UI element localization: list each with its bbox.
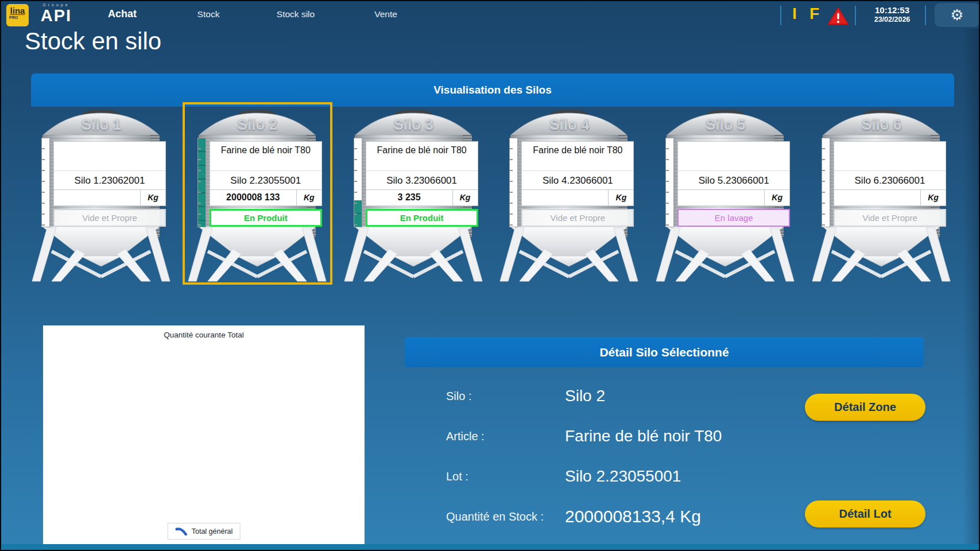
silo-card: Farine de blé noir T80 Silo 4.23066001 K… [521, 141, 634, 206]
detail-label: Silo : [446, 390, 565, 403]
silo-quantity-row: 2000008 133 Kg [210, 189, 321, 205]
silo-lot: Silo 5.23066001 [678, 170, 789, 189]
nav-item-vente[interactable]: Vente [374, 9, 397, 20]
legend-line-icon [175, 527, 188, 536]
silo-quantity [678, 190, 764, 205]
gear-icon: ⚙ [950, 6, 963, 24]
silo-card: Farine de blé noir T80 Silo 2.23055001 2… [210, 141, 322, 206]
nav-item-stock[interactable]: Stock [197, 9, 220, 20]
detail-label: Quantité en Stock : [446, 510, 565, 523]
silo-unit: Kg [764, 190, 789, 205]
silo-gauge-ticks [510, 138, 513, 227]
silo-lot: Silo 2.23055001 [210, 170, 321, 189]
silo-article [678, 142, 789, 170]
silo-name: Silo 6 [809, 116, 954, 134]
silo-article [834, 142, 946, 170]
silo-gauge [197, 138, 206, 227]
alarm-indicator-i[interactable]: I [792, 5, 797, 23]
detail-row-silo: Silo : Silo 2 [446, 385, 802, 408]
silo-tile-2[interactable]: Silo 2 Farine de blé noir T80 Silo 2.230… [185, 104, 330, 282]
silo-quantity [522, 190, 608, 205]
silo-name: Silo 3 [341, 116, 486, 134]
silo-tile-3[interactable]: Silo 3 Farine de blé noir T80 Silo 3.230… [341, 104, 486, 282]
silo-gauge-ticks [354, 138, 357, 227]
silo-status: En lavage [677, 209, 790, 227]
silo-status: En Produit [210, 209, 322, 227]
footer-strip [1, 544, 979, 550]
silo-lot: Silo 4.23066001 [522, 170, 633, 189]
silos-panel-header: Visualisation des Silos [31, 73, 954, 107]
lina-logo: lina PRO [6, 4, 29, 26]
detail-label: Lot : [446, 470, 565, 483]
silo-name: Silo 1 [29, 116, 174, 134]
nav-item-achat[interactable]: Achat [108, 8, 137, 20]
header-divider [855, 6, 856, 25]
chart-legend[interactable]: Total général [168, 523, 241, 540]
detail-lot-button[interactable]: Détail Lot [805, 500, 925, 527]
silo-unit: Kg [296, 190, 321, 205]
silo-status: Vide et Propre [521, 209, 634, 227]
silo-gauge [665, 138, 674, 227]
detail-label: Article : [446, 430, 565, 443]
silo-gauge-ticks [666, 138, 669, 227]
silo-quantity-row: Kg [54, 189, 165, 205]
header-divider [780, 6, 781, 25]
settings-button[interactable]: ⚙ [935, 3, 979, 27]
warning-icon[interactable] [827, 6, 850, 26]
silos-panel-title: Visualisation des Silos [433, 84, 552, 96]
detail-row-article: Article : Farine de blé noir T80 [446, 425, 802, 448]
silo-article: Farine de blé noir T80 [522, 142, 633, 170]
silo-article [54, 142, 165, 170]
silo-lot: Silo 1.23062001 [54, 170, 165, 189]
right-edge-shade [963, 29, 979, 544]
detail-zone-button[interactable]: Détail Zone [805, 394, 925, 421]
detail-row-lot: Lot : Silo 2.23055001 [446, 465, 802, 488]
silo-article: Farine de blé noir T80 [210, 142, 321, 170]
silo-name: Silo 5 [653, 116, 798, 134]
silo-quantity-row: Kg [834, 189, 946, 205]
silo-card: Silo 6.23066001 Kg [834, 141, 946, 206]
silo-gauge [822, 138, 830, 227]
silo-gauge-ticks [822, 138, 825, 227]
clock-date: 23/02/2026 [862, 15, 922, 24]
silo-tile-5[interactable]: Silo 5 Silo 5.23066001 Kg En lavage [653, 104, 798, 282]
silo-gauge [509, 138, 518, 227]
legend-label: Total général [192, 527, 233, 536]
silo-gauge [354, 138, 362, 227]
silo-tile-4[interactable]: Silo 4 Farine de blé noir T80 Silo 4.230… [497, 104, 642, 282]
silo-unit: Kg [140, 190, 165, 205]
detail-row-quantity: Quantité en Stock : 2000008133,4 Kg [446, 505, 802, 528]
detail-panel-title: Détail Silo Sélectionné [599, 346, 729, 359]
silo-unit: Kg [608, 190, 633, 205]
nav-item-stock-silo[interactable]: Stock silo [277, 9, 315, 20]
silo-quantity-row: Kg [522, 189, 633, 205]
app-screen: lina PRO Groupe API Achat Stock Stock si… [0, 0, 980, 551]
silo-status: En Produit [366, 209, 478, 227]
silo-tile-1[interactable]: Silo 1 Silo 1.23062001 Kg Vide et Propre [29, 104, 174, 282]
silo-tile-6[interactable]: Silo 6 Silo 6.23066001 Kg Vide et Propre [809, 104, 954, 282]
detail-panel-header: Détail Silo Sélectionné [405, 337, 924, 367]
silo-card: Farine de blé noir T80 Silo 3.23066001 3… [366, 141, 478, 206]
silo-status: Vide et Propre [834, 209, 946, 227]
silo-unit: Kg [452, 190, 478, 205]
clock: 10:12:53 23/02/2026 [862, 5, 922, 24]
silo-quantity [54, 190, 140, 205]
silo-gauge-ticks [198, 138, 201, 227]
silo-lot: Silo 6.23066001 [834, 170, 946, 189]
detail-value: Farine de blé noir T80 [565, 427, 722, 445]
detail-value: Silo 2.23055001 [565, 467, 681, 486]
clock-time: 10:12:53 [862, 5, 922, 15]
silo-row: Silo 1 Silo 1.23062001 Kg Vide et Propre [29, 104, 954, 282]
silo-quantity-row: Kg [678, 189, 789, 205]
silo-quantity [834, 190, 920, 205]
silo-gauge [41, 138, 50, 227]
silo-status: Vide et Propre [53, 209, 166, 227]
silo-quantity-row: 3 235 Kg [366, 189, 478, 205]
api-logo-name: API [34, 7, 78, 24]
chart-panel: Quantité courante Total Total général [43, 325, 365, 545]
silo-unit: Kg [920, 190, 946, 205]
silo-card: Silo 1.23062001 Kg [53, 141, 166, 206]
header-divider [925, 6, 926, 25]
api-logo: Groupe API [34, 3, 78, 24]
alarm-indicator-f[interactable]: F [809, 5, 819, 23]
